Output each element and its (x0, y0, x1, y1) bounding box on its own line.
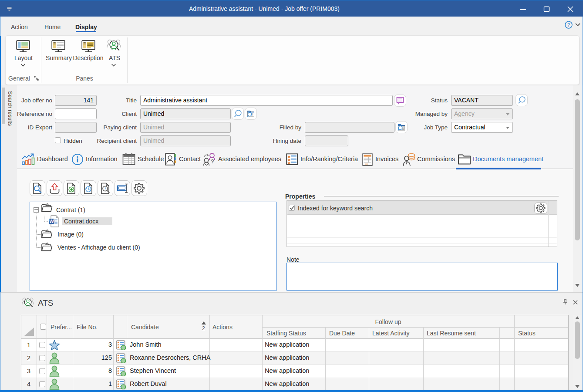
svg-text:?: ? (567, 22, 570, 27)
svg-text:?: ? (211, 158, 214, 165)
svg-text:W: W (49, 219, 54, 224)
